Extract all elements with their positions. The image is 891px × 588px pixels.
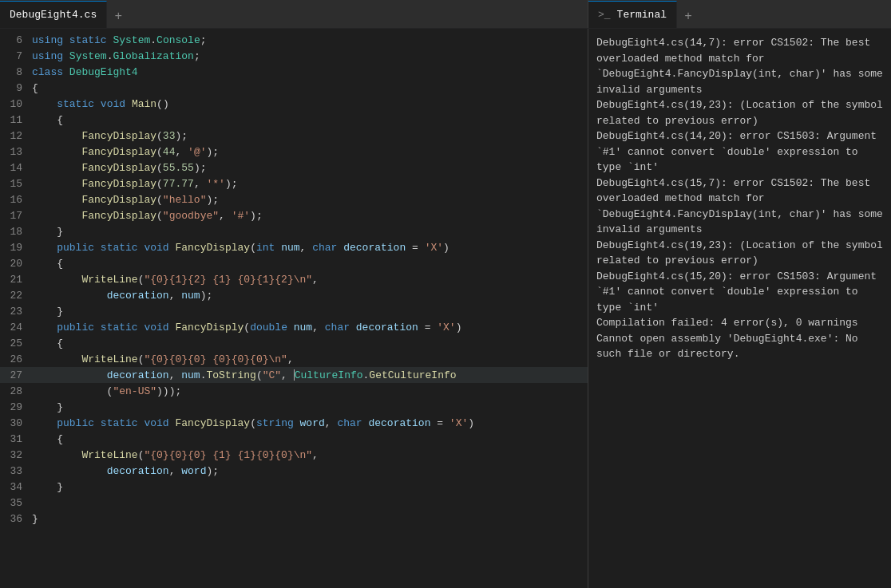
line-content-8: class DebugEight4	[32, 66, 575, 78]
code-line-9: 9 {	[0, 80, 588, 96]
line-content-26: WriteLine("{0}{0}{0} {0}{0}{0}\n",	[32, 353, 575, 365]
line-content-13: FancyDisplay(44, '@');	[32, 146, 575, 158]
line-content-32: WriteLine("{0}{0}{0} {1} {1}{0}{0}\n",	[32, 449, 575, 461]
line-num-7: 7	[0, 50, 32, 62]
line-content-21: WriteLine("{0}{1}{2} {1} {0}{1}{2}\n",	[32, 274, 575, 286]
code-line-15: 15 FancyDisplay(77.77, '*');	[0, 176, 588, 191]
code-line-34: 34 }	[0, 479, 588, 495]
line-num-12: 12	[0, 130, 32, 142]
code-line-29: 29 }	[0, 399, 588, 415]
terminal-panel: DebugEight4.cs(14,7): error CS1502: The …	[588, 29, 891, 588]
code-line-32: 32 WriteLine("{0}{0}{0} {1} {1}{0}{0}\n"…	[0, 447, 588, 463]
code-line-20: 20 {	[0, 255, 588, 271]
code-line-26: 26 WriteLine("{0}{0}{0} {0}{0}{0}\n",	[0, 351, 588, 367]
terminal-icon: >_	[598, 9, 611, 21]
line-content-17: FancyDisplay("goodbye", '#');	[32, 210, 575, 222]
code-line-8: 8 class DebugEight4	[0, 64, 588, 80]
line-num-17: 17	[0, 210, 32, 222]
line-num-24: 24	[0, 322, 32, 333]
code-line-28: 28 ("en-US")));	[0, 383, 588, 399]
code-line-18: 18 }	[0, 223, 588, 239]
code-line-36: 36 }	[0, 511, 588, 527]
code-line-16: 16 FancyDisplay("hello");	[0, 191, 588, 207]
line-num-11: 11	[0, 114, 32, 126]
line-num-31: 31	[0, 433, 32, 445]
code-line-33: 33 decoration, word);	[0, 463, 588, 479]
line-num-33: 33	[0, 465, 32, 477]
line-num-28: 28	[0, 385, 32, 397]
line-num-27: 27	[0, 369, 32, 381]
line-content-28: ("en-US")));	[32, 385, 575, 397]
line-num-20: 20	[0, 258, 32, 270]
line-content-9: {	[32, 82, 575, 94]
tab-debugeight4[interactable]: DebugEight4.cs	[0, 1, 107, 28]
code-line-11: 11 {	[0, 112, 588, 128]
code-line-21: 21 WriteLine("{0}{1}{2} {1} {0}{1}{2}\n"…	[0, 271, 588, 287]
tab-add-left[interactable]: +	[107, 6, 129, 28]
main-content: 6 using static System.Console; 7 using S…	[0, 29, 891, 588]
line-num-8: 8	[0, 66, 32, 78]
tab-left-area: DebugEight4.cs +	[0, 0, 588, 28]
line-content-33: decoration, word);	[32, 465, 575, 477]
line-num-30: 30	[0, 417, 32, 429]
terminal-output[interactable]: DebugEight4.cs(14,7): error CS1502: The …	[588, 29, 891, 588]
code-line-13: 13 FancyDisplay(44, '@');	[0, 144, 588, 160]
code-line-25: 25 {	[0, 335, 588, 351]
code-panel[interactable]: 6 using static System.Console; 7 using S…	[0, 29, 588, 588]
line-num-21: 21	[0, 274, 32, 286]
code-line-24: 24 public static void FancyDisply(double…	[0, 319, 588, 335]
line-num-32: 32	[0, 449, 32, 461]
line-content-11: {	[32, 114, 575, 126]
line-num-13: 13	[0, 146, 32, 158]
line-num-10: 10	[0, 98, 32, 110]
code-line-12: 12 FancyDisplay(33);	[0, 128, 588, 144]
tab-terminal-label: Terminal	[617, 9, 667, 21]
code-line-35: 35	[0, 495, 588, 511]
line-content-18: }	[32, 226, 575, 238]
line-content-31: {	[32, 433, 575, 445]
code-line-7: 7 using System.Globalization;	[0, 48, 588, 64]
line-content-23: }	[32, 306, 575, 318]
line-num-14: 14	[0, 162, 32, 174]
line-num-22: 22	[0, 290, 32, 302]
tab-add-right[interactable]: +	[677, 6, 699, 28]
line-num-9: 9	[0, 82, 32, 94]
line-content-30: public static void FancyDisplay(string w…	[32, 417, 575, 429]
line-content-36: }	[32, 513, 575, 525]
line-num-18: 18	[0, 226, 32, 238]
tab-right-area: >_ Terminal +	[588, 0, 891, 28]
code-line-17: 17 FancyDisplay("goodbye", '#');	[0, 207, 588, 223]
line-num-6: 6	[0, 34, 32, 46]
line-num-15: 15	[0, 178, 32, 190]
line-content-16: FancyDisplay("hello");	[32, 194, 575, 206]
code-line-27: 27 decoration, num.ToString("C", Culture…	[0, 367, 588, 383]
line-content-12: FancyDisplay(33);	[32, 130, 575, 142]
line-num-29: 29	[0, 401, 32, 413]
tab-debugeight4-label: DebugEight4.cs	[10, 9, 97, 21]
code-line-31: 31 {	[0, 431, 588, 447]
line-content-14: FancyDisplay(55.55);	[32, 162, 575, 174]
code-line-10: 10 static void Main()	[0, 96, 588, 112]
tab-terminal[interactable]: >_ Terminal	[588, 1, 677, 28]
code-line-22: 22 decoration, num);	[0, 287, 588, 303]
code-line-30: 30 public static void FancyDisplay(strin…	[0, 415, 588, 431]
line-content-25: {	[32, 337, 575, 349]
code-line-14: 14 FancyDisplay(55.55);	[0, 160, 588, 176]
tab-bar: DebugEight4.cs + >_ Terminal +	[0, 0, 891, 29]
code-line-23: 23 }	[0, 303, 588, 319]
line-num-25: 25	[0, 337, 32, 349]
code-line-19: 19 public static void FancyDisplay(int n…	[0, 239, 588, 255]
line-content-27: decoration, num.ToString("C", CultureInf…	[32, 369, 575, 381]
line-content-20: {	[32, 258, 575, 270]
line-content-29: }	[32, 401, 575, 413]
line-content-34: }	[32, 481, 575, 493]
line-content-7: using System.Globalization;	[32, 50, 575, 62]
code-line-6: 6 using static System.Console;	[0, 32, 588, 48]
line-content-24: public static void FancyDisply(double nu…	[32, 322, 575, 333]
line-num-36: 36	[0, 513, 32, 525]
line-content-6: using static System.Console;	[32, 34, 575, 46]
line-content-10: static void Main()	[32, 98, 575, 110]
line-num-35: 35	[0, 497, 32, 509]
line-num-19: 19	[0, 242, 32, 254]
line-num-16: 16	[0, 194, 32, 206]
